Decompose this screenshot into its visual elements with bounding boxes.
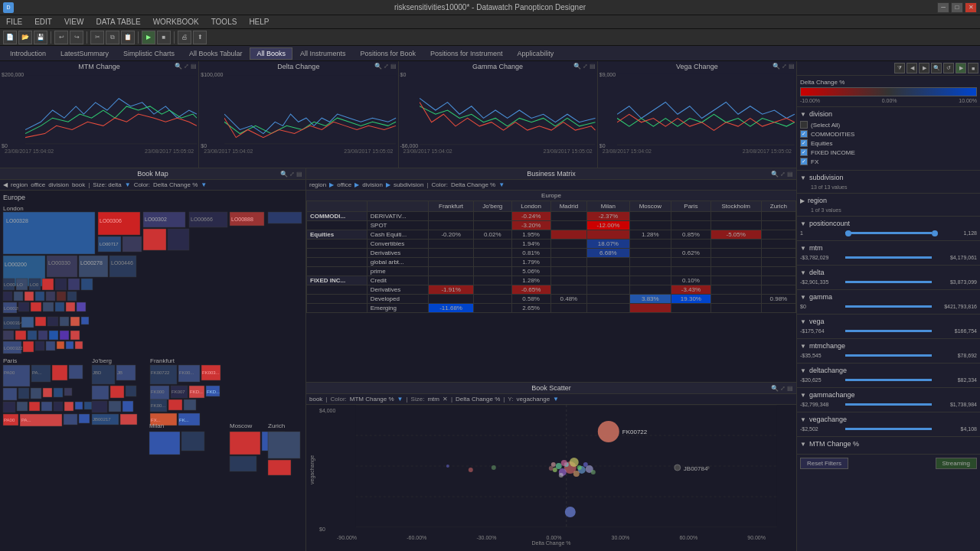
gammachange-track[interactable] bbox=[845, 403, 932, 406]
deltachange-expand-icon[interactable]: ▼ bbox=[800, 367, 806, 374]
mtm-menu-icon[interactable]: ▤ bbox=[191, 63, 197, 70]
tb-print[interactable]: 🖨 bbox=[178, 31, 191, 44]
gamma-expand-icon[interactable]: ⤢ bbox=[583, 63, 588, 70]
delta-menu-icon[interactable]: ▤ bbox=[390, 63, 397, 70]
cb-fx[interactable] bbox=[800, 158, 808, 165]
positioncount-handle-left[interactable] bbox=[845, 230, 851, 236]
gamma-expand-icon[interactable]: ▼ bbox=[800, 294, 806, 301]
tb-copy[interactable]: ⧉ bbox=[106, 31, 119, 44]
tab-all-books[interactable]: All Books bbox=[250, 47, 292, 60]
cb-equities[interactable] bbox=[800, 139, 808, 147]
bs-expand-icon[interactable]: ⤢ bbox=[780, 385, 786, 392]
gammachange-expand-icon[interactable]: ▼ bbox=[800, 392, 806, 399]
vegachange-expand-icon[interactable]: ▼ bbox=[800, 416, 806, 423]
division-fixed-income[interactable]: FIXED INCOME bbox=[800, 148, 977, 156]
delta-track[interactable] bbox=[845, 281, 932, 283]
bs-menu-icon[interactable]: ▤ bbox=[787, 385, 793, 392]
bm-filter-color-arrow[interactable]: ▼ bbox=[498, 181, 505, 188]
gamma-zoom-icon[interactable]: 🔍 bbox=[573, 63, 581, 70]
book-map-treemap[interactable]: Europe London LO00328 LO00306 LO00302 LO… bbox=[0, 191, 305, 551]
tab-positions-book[interactable]: Positions for Book bbox=[354, 47, 423, 60]
mtm-track[interactable] bbox=[845, 256, 932, 259]
delta-expand-icon[interactable]: ▼ bbox=[800, 269, 806, 276]
vega-menu-icon[interactable]: ▤ bbox=[789, 63, 795, 70]
bm-zoom-icon[interactable]: 🔍 bbox=[771, 171, 779, 178]
menu-help[interactable]: HELP bbox=[246, 17, 272, 27]
sidebar-play-icon[interactable]: ▶ bbox=[956, 63, 966, 73]
vegachange-track[interactable] bbox=[845, 428, 932, 430]
mtm-zoom-icon[interactable]: 🔍 bbox=[175, 63, 182, 70]
book-map-expand-icon[interactable]: ⤢ bbox=[289, 171, 295, 178]
bm-menu-icon[interactable]: ▤ bbox=[787, 171, 793, 178]
division-fx[interactable]: FX bbox=[800, 158, 977, 165]
subdivision-expand-icon[interactable]: ▼ bbox=[800, 174, 806, 181]
bs-zoom-icon[interactable]: 🔍 bbox=[771, 385, 779, 392]
division-expand-icon[interactable]: ▼ bbox=[800, 111, 806, 118]
tb-new[interactable]: 📄 bbox=[3, 31, 17, 44]
book-map-zoom-icon[interactable]: 🔍 bbox=[280, 171, 288, 178]
vega-expand-icon[interactable]: ⤢ bbox=[782, 63, 787, 70]
tb-redo[interactable]: ↪ bbox=[70, 31, 83, 44]
filter-size-arrow[interactable]: ▼ bbox=[125, 181, 131, 188]
menu-file[interactable]: FILE bbox=[3, 17, 25, 27]
gamma-menu-icon[interactable]: ▤ bbox=[590, 63, 596, 70]
delta-zoom-icon[interactable]: 🔍 bbox=[374, 63, 382, 70]
tb-run[interactable]: ▶ bbox=[142, 31, 155, 44]
sidebar-reset-icon[interactable]: ↺ bbox=[943, 63, 954, 73]
bs-filter-size-x[interactable]: ✕ bbox=[443, 396, 448, 403]
gamma-track[interactable] bbox=[845, 305, 932, 308]
reset-filters-button[interactable]: Reset Filters bbox=[800, 458, 848, 469]
menu-view[interactable]: VIEW bbox=[61, 17, 87, 27]
region-expand-icon[interactable]: ▶ bbox=[800, 197, 805, 204]
tab-latestsummary[interactable]: LatestSummary bbox=[54, 47, 116, 60]
tab-all-books-tabular[interactable]: All Books Tabular bbox=[182, 47, 249, 60]
tb-undo[interactable]: ↩ bbox=[54, 31, 68, 44]
menu-tools[interactable]: TOOLS bbox=[208, 17, 240, 27]
deltachange-track[interactable] bbox=[845, 379, 932, 381]
menu-workbook[interactable]: WORKBOOK bbox=[150, 17, 202, 27]
mtmchange-expand-icon[interactable]: ▼ bbox=[800, 343, 806, 350]
division-commodities[interactable]: COMMODITIES bbox=[800, 130, 977, 138]
positioncount-handle-right[interactable] bbox=[932, 230, 938, 236]
vega-track[interactable] bbox=[845, 330, 932, 332]
tb-export[interactable]: ⬆ bbox=[193, 31, 207, 44]
tb-save[interactable]: 💾 bbox=[34, 31, 47, 44]
maximize-button[interactable]: □ bbox=[951, 2, 963, 13]
division-select-all[interactable]: (Select All) bbox=[800, 121, 977, 129]
filter-back-icon[interactable]: ◀ bbox=[3, 181, 8, 188]
close-button[interactable]: ✕ bbox=[965, 2, 977, 13]
tab-applicability[interactable]: Applicability bbox=[511, 47, 561, 60]
mtm-pct-expand-icon[interactable]: ▼ bbox=[800, 441, 806, 448]
book-map-menu-icon[interactable]: ▤ bbox=[296, 171, 302, 178]
vega-zoom-icon[interactable]: 🔍 bbox=[773, 63, 780, 70]
sidebar-prev-icon[interactable]: ◀ bbox=[906, 63, 917, 73]
division-equities[interactable]: Equities bbox=[800, 139, 977, 147]
tab-all-instruments[interactable]: All Instruments bbox=[293, 47, 353, 60]
mtm-expand-icon[interactable]: ▼ bbox=[800, 245, 806, 252]
positioncount-expand-icon[interactable]: ▼ bbox=[800, 220, 806, 227]
tab-introduction[interactable]: Introduction bbox=[3, 47, 53, 60]
sidebar-filter-icon[interactable]: ⧩ bbox=[894, 63, 905, 73]
filter-color-arrow[interactable]: ▼ bbox=[201, 181, 207, 188]
sidebar-stop-icon[interactable]: ■ bbox=[968, 63, 978, 73]
cb-select-all[interactable] bbox=[800, 121, 808, 129]
tab-positions-instrument[interactable]: Positions for Instrument bbox=[423, 47, 510, 60]
mtmchange-track[interactable] bbox=[845, 354, 932, 357]
vega-expand-icon[interactable]: ▼ bbox=[800, 318, 806, 325]
mtm-expand-icon[interactable]: ⤢ bbox=[184, 63, 189, 70]
cb-fixed-income[interactable] bbox=[800, 148, 808, 156]
sidebar-next-icon[interactable]: ▶ bbox=[919, 63, 929, 73]
tb-stop[interactable]: ■ bbox=[157, 31, 171, 44]
tb-open[interactable]: 📂 bbox=[18, 31, 32, 44]
positioncount-track[interactable] bbox=[845, 232, 932, 234]
cb-commodities[interactable] bbox=[800, 130, 808, 138]
sidebar-search-icon[interactable]: 🔍 bbox=[931, 63, 942, 73]
menu-datatable[interactable]: DATA TABLE bbox=[93, 17, 143, 27]
tb-paste[interactable]: 📋 bbox=[121, 31, 135, 44]
bs-filter-color-arrow[interactable]: ▼ bbox=[397, 396, 403, 403]
bs-filter-y-arrow[interactable]: ▼ bbox=[553, 396, 559, 403]
minimize-button[interactable]: ─ bbox=[937, 2, 949, 13]
delta-expand-icon[interactable]: ⤢ bbox=[384, 63, 389, 70]
bm-expand-icon[interactable]: ⤢ bbox=[780, 171, 786, 178]
menu-edit[interactable]: EDIT bbox=[31, 17, 55, 27]
